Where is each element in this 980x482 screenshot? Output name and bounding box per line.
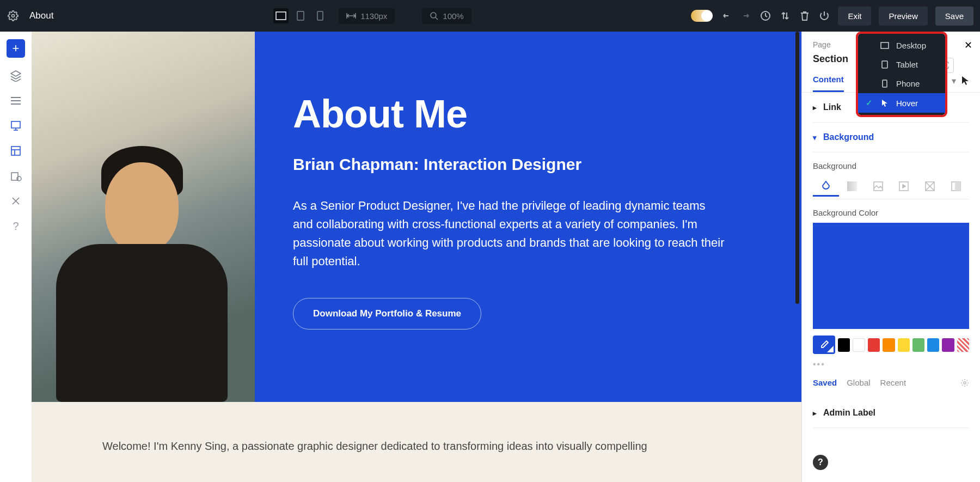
more-swatches-icon[interactable]: ••• xyxy=(813,359,969,369)
layers-icon[interactable] xyxy=(9,69,23,83)
exit-button[interactable]: Exit xyxy=(838,7,871,26)
phone-icon xyxy=(880,80,890,88)
bg-type-image-icon[interactable] xyxy=(865,176,891,197)
swatch-orange[interactable] xyxy=(883,338,895,352)
topbar: About 1130px 100% Exit Preview Save xyxy=(0,0,980,32)
hero-heading[interactable]: About Me xyxy=(293,91,763,136)
svg-rect-2 xyxy=(297,11,304,20)
svg-rect-17 xyxy=(881,42,889,48)
swatch-tab-saved[interactable]: Saved xyxy=(813,378,837,387)
add-button[interactable]: + xyxy=(7,39,25,58)
list-icon[interactable] xyxy=(9,94,23,108)
swatch-purple[interactable] xyxy=(942,338,954,352)
svg-rect-11 xyxy=(874,182,883,191)
swatch-black[interactable] xyxy=(838,338,850,352)
swatch-tab-recent[interactable]: Recent xyxy=(880,378,906,387)
device-switcher xyxy=(273,8,328,23)
settings-gear-icon[interactable] xyxy=(7,9,20,22)
tools-icon[interactable] xyxy=(9,194,23,208)
zoom-value: 100% xyxy=(443,11,463,21)
menu-item-desktop[interactable]: Desktop xyxy=(858,36,945,55)
bg-type-pattern-icon[interactable] xyxy=(917,176,943,197)
left-rail: + ? xyxy=(0,32,32,482)
svg-point-9 xyxy=(17,176,21,181)
svg-rect-18 xyxy=(882,61,887,68)
page-title: About xyxy=(29,10,53,21)
color-picker-button[interactable] xyxy=(813,335,835,354)
hero-image xyxy=(32,32,255,402)
trash-icon[interactable] xyxy=(799,10,811,22)
menu-item-label: Hover xyxy=(896,99,918,108)
hero-subheading[interactable]: Brian Chapman: Interaction Designer xyxy=(293,155,763,174)
swatch-transparent[interactable] xyxy=(957,338,969,352)
hero-body[interactable]: As a Senior Product Designer, I've had t… xyxy=(293,197,728,271)
menu-item-hover[interactable]: ✓ Hover xyxy=(858,93,945,113)
swatch-tab-global[interactable]: Global xyxy=(847,378,870,387)
bg-type-video-icon[interactable] xyxy=(891,176,917,197)
canvas-width-input[interactable]: 1130px xyxy=(339,8,395,24)
svg-rect-1 xyxy=(276,12,286,20)
bg-type-gradient-icon[interactable] xyxy=(839,176,865,197)
svg-rect-6 xyxy=(11,121,20,128)
svg-point-16 xyxy=(964,382,966,384)
canvas: About Me Brian Chapman: Interaction Desi… xyxy=(32,32,801,482)
cursor-icon[interactable] xyxy=(961,76,969,86)
background-type-tabs xyxy=(813,176,969,199)
hero-content: About Me Brian Chapman: Interaction Desi… xyxy=(255,32,801,402)
ai-layout-icon[interactable] xyxy=(9,144,23,158)
svg-point-4 xyxy=(431,13,436,18)
download-button[interactable]: Download My Portfolio & Resume xyxy=(293,298,481,330)
redo-icon[interactable] xyxy=(740,10,752,22)
svg-rect-7 xyxy=(11,147,20,155)
swatch-red[interactable] xyxy=(868,338,880,352)
menu-item-phone[interactable]: Phone xyxy=(858,74,945,93)
timer-icon[interactable] xyxy=(9,169,23,183)
device-phone-icon[interactable] xyxy=(313,8,328,23)
device-tablet-icon[interactable] xyxy=(293,8,308,23)
menu-item-label: Phone xyxy=(896,79,920,88)
preview-button[interactable]: Preview xyxy=(879,7,927,26)
svg-rect-19 xyxy=(883,80,887,87)
background-label: Background xyxy=(813,161,969,170)
svg-rect-10 xyxy=(847,181,857,191)
responsive-mode-menu: Desktop Tablet Phone ✓ Hover xyxy=(858,34,945,115)
chevron-down-icon[interactable]: ▾ xyxy=(952,76,956,86)
swatch-white[interactable] xyxy=(853,338,865,352)
tab-content[interactable]: Content xyxy=(813,75,844,92)
history-icon[interactable] xyxy=(759,10,771,22)
tablet-icon xyxy=(880,60,890,69)
canvas-scrollbar[interactable] xyxy=(795,32,799,304)
sort-icon[interactable] xyxy=(779,10,791,22)
power-icon[interactable] xyxy=(818,10,830,22)
menu-item-label: Tablet xyxy=(896,60,918,69)
bg-type-mask-icon[interactable] xyxy=(943,176,969,197)
bg-type-color-icon[interactable] xyxy=(813,176,839,197)
bgcolor-label: Background Color xyxy=(813,208,969,217)
undo-icon[interactable] xyxy=(720,10,732,22)
swatch-blue[interactable] xyxy=(927,338,939,352)
admin-label-section[interactable]: Admin Label xyxy=(813,398,969,428)
close-icon[interactable]: ✕ xyxy=(964,39,972,51)
background-section[interactable]: Background xyxy=(813,123,969,152)
swatch-yellow[interactable] xyxy=(898,338,910,352)
color-preview[interactable] xyxy=(813,223,969,329)
ai-section-icon[interactable] xyxy=(9,119,23,133)
check-icon: ✓ xyxy=(866,98,873,108)
theme-toggle[interactable] xyxy=(691,10,713,22)
swatch-settings-icon[interactable] xyxy=(960,379,969,387)
swatch-source-tabs: Saved Global Recent xyxy=(813,378,969,387)
color-palette xyxy=(813,335,969,354)
intro-text[interactable]: Welcome! I'm Kenny Sing, a passionate gr… xyxy=(32,402,801,453)
help-icon[interactable]: ? xyxy=(9,219,23,233)
hero-section[interactable]: About Me Brian Chapman: Interaction Desi… xyxy=(32,32,801,402)
svg-rect-15 xyxy=(955,182,960,191)
zoom-input[interactable]: 100% xyxy=(422,8,471,24)
device-desktop-icon[interactable] xyxy=(273,8,289,23)
canvas-width-value: 1130px xyxy=(360,11,387,21)
menu-item-label: Desktop xyxy=(896,41,926,50)
menu-item-tablet[interactable]: Tablet xyxy=(858,55,945,74)
swatch-green[interactable] xyxy=(912,338,924,352)
save-button[interactable]: Save xyxy=(935,7,973,26)
svg-point-0 xyxy=(12,15,15,17)
help-fab[interactable]: ? xyxy=(813,455,828,470)
